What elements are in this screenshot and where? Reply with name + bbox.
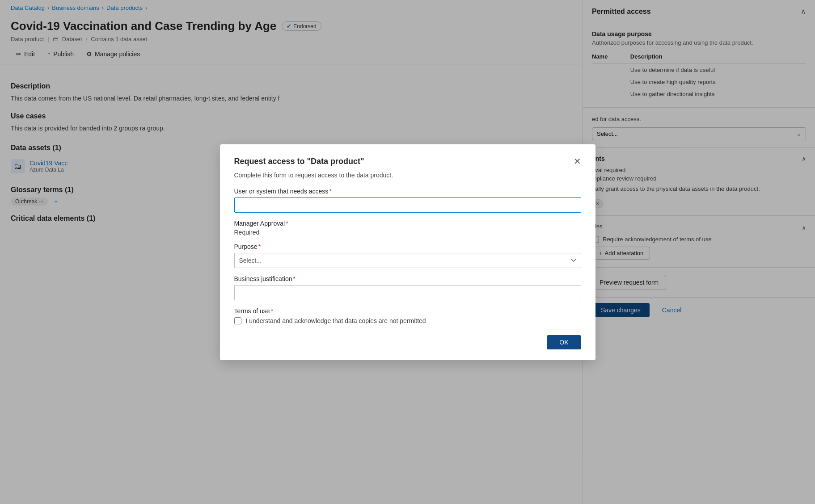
required-star-2: * (286, 220, 288, 227)
terms-checkbox-row: I understand and acknowledge that data c… (234, 317, 581, 324)
user-access-input[interactable] (234, 197, 581, 213)
required-star-5: * (271, 307, 273, 315)
manager-approval-value: Required (234, 229, 581, 236)
purpose-label: Purpose* (234, 243, 581, 250)
terms-group: Terms of use* I understand and acknowled… (234, 307, 581, 324)
ok-button[interactable]: OK (547, 335, 581, 349)
terms-checkbox-label: I understand and acknowledge that data c… (246, 317, 426, 324)
user-access-label: User or system that needs access* (234, 188, 581, 195)
user-access-group: User or system that needs access* (234, 188, 581, 213)
modal: Request access to "Data product" ✕ Compl… (220, 144, 595, 360)
business-justification-label: Business justification* (234, 275, 581, 282)
required-star-3: * (258, 243, 261, 250)
modal-overlay: Request access to "Data product" ✕ Compl… (0, 0, 815, 504)
modal-header: Request access to "Data product" ✕ (234, 157, 581, 166)
purpose-group: Purpose* Select... Research Reporting Op… (234, 243, 581, 268)
manager-approval-label: Manager Approval* (234, 220, 581, 227)
modal-title: Request access to "Data product" (234, 157, 364, 166)
business-justification-group: Business justification* (234, 275, 581, 300)
purpose-select[interactable]: Select... Research Reporting Operations (234, 253, 581, 268)
terms-label: Terms of use* (234, 307, 581, 315)
terms-checkbox[interactable] (234, 317, 241, 324)
modal-close-button[interactable]: ✕ (574, 157, 581, 166)
required-star: * (329, 188, 331, 195)
required-star-4: * (293, 275, 295, 282)
manager-approval-group: Manager Approval* Required (234, 220, 581, 236)
modal-desc: Complete this form to request access to … (234, 172, 581, 179)
business-justification-input[interactable] (234, 285, 581, 300)
modal-footer: OK (234, 335, 581, 349)
